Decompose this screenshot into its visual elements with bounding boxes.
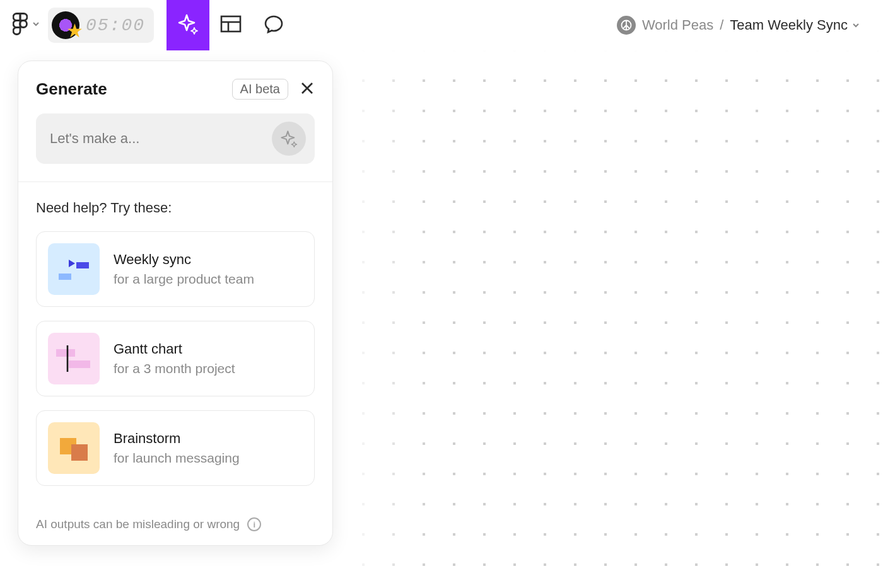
timer-widget[interactable]: ★ 05:00 [48, 8, 154, 43]
chat-bubble-icon [264, 14, 284, 37]
timer-music-icon: ★ [52, 11, 79, 39]
brainstorm-thumb-icon [55, 432, 93, 464]
ai-beta-badge: AI beta [232, 79, 288, 100]
svg-rect-17 [71, 444, 88, 461]
main-menu[interactable] [13, 13, 40, 38]
top-toolbar: ★ 05:00 [0, 0, 883, 50]
ai-disclaimer: AI outputs can be misleading or wrong i [18, 517, 332, 545]
weekly-sync-thumb-icon [55, 253, 93, 285]
ai-generate-tool[interactable] [167, 0, 209, 50]
timer-display: 05:00 [86, 16, 145, 35]
suggestion-gantt-chart[interactable]: Gantt chart for a 3 month project [36, 321, 315, 396]
suggestion-thumb-weekly [48, 243, 100, 295]
comment-tool[interactable] [252, 0, 295, 50]
figma-logo-icon [13, 13, 28, 38]
generate-panel: Generate AI beta Need help? Try these: [18, 61, 333, 546]
suggestion-subtitle: for a large product team [114, 272, 254, 287]
prompt-row [18, 113, 332, 182]
prompt-box [36, 113, 315, 164]
suggestion-title: Brainstorm [114, 430, 240, 447]
suggestion-subtitle: for a 3 month project [114, 361, 235, 376]
suggestions-section: Need help? Try these: Weekly sync for a … [18, 182, 332, 517]
suggestions-heading: Need help? Try these: [36, 200, 315, 216]
svg-rect-14 [69, 360, 90, 368]
svg-rect-13 [56, 349, 75, 357]
breadcrumb: World Peas / Team Weekly Sync [617, 16, 870, 35]
generate-panel-header: Generate AI beta [18, 61, 332, 113]
suggestion-title: Gantt chart [114, 341, 235, 357]
breadcrumb-file-label: Team Weekly Sync [730, 17, 848, 33]
project-avatar [617, 16, 636, 35]
peace-icon [621, 20, 632, 31]
suggestion-weekly-sync[interactable]: Weekly sync for a large product team [36, 231, 315, 307]
svg-rect-11 [76, 262, 89, 268]
suggestion-brainstorm[interactable]: Brainstorm for launch messaging [36, 410, 315, 486]
svg-rect-1 [221, 16, 240, 32]
generate-submit-button[interactable] [272, 122, 306, 156]
breadcrumb-separator: / [720, 17, 723, 33]
close-panel-button[interactable] [300, 81, 315, 98]
suggestion-text: Brainstorm for launch messaging [114, 430, 240, 466]
table-tool[interactable] [209, 0, 252, 50]
close-icon [300, 81, 315, 96]
suggestion-title: Weekly sync [114, 251, 254, 268]
suggestion-thumb-brainstorm [48, 422, 100, 474]
chevron-down-icon [32, 20, 40, 31]
svg-marker-10 [69, 260, 75, 267]
breadcrumb-project[interactable]: World Peas [642, 17, 713, 33]
svg-rect-12 [59, 274, 71, 280]
sparkle-icon [177, 13, 199, 38]
gantt-thumb-icon [54, 342, 94, 376]
suggestion-text: Weekly sync for a large product team [114, 251, 254, 287]
chevron-down-icon [851, 21, 860, 30]
info-icon[interactable]: i [247, 517, 261, 531]
ai-disclaimer-text: AI outputs can be misleading or wrong [36, 517, 240, 531]
table-icon [220, 15, 242, 35]
generate-panel-title: Generate [36, 79, 107, 99]
suggestion-text: Gantt chart for a 3 month project [114, 341, 235, 376]
suggestion-thumb-gantt [48, 333, 100, 384]
suggestion-subtitle: for launch messaging [114, 451, 240, 466]
star-icon: ★ [66, 20, 83, 42]
generate-prompt-input[interactable] [50, 130, 272, 147]
breadcrumb-file[interactable]: Team Weekly Sync [730, 17, 860, 33]
sparkle-icon [279, 129, 298, 148]
